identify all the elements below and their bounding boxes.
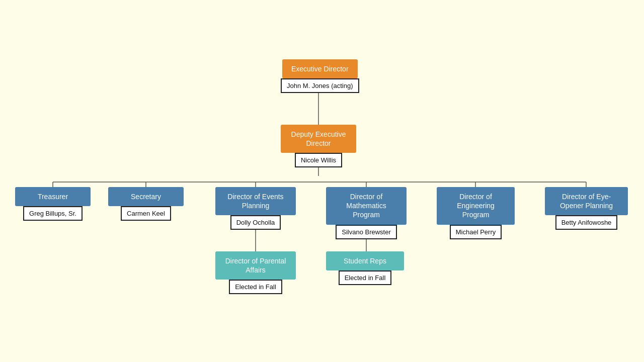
secretary-group: Secretary Carmen Keel xyxy=(108,187,184,221)
events-planning-name: Dolly Ocholla xyxy=(230,215,281,230)
treasurer-title: Treasurer xyxy=(15,187,91,206)
events-planning-title: Director of Events Planning xyxy=(215,187,296,215)
deputy-director-name: Nicole Willis xyxy=(295,153,342,167)
deputy-director-group: Deputy Executive Director Nicole Willis xyxy=(281,125,356,167)
secretary-name: Carmen Keel xyxy=(121,206,171,221)
secretary-title: Secretary xyxy=(108,187,184,206)
student-reps-group: Student Reps Elected in Fall xyxy=(326,251,404,285)
treasurer-group: Treasurer Greg Billups, Sr. xyxy=(15,187,91,221)
eye-opener-group: Director of Eye-Opener Planning Betty An… xyxy=(545,187,628,230)
student-reps-title: Student Reps xyxy=(326,251,404,270)
exec-director-name: John M. Jones (acting) xyxy=(281,78,359,93)
deputy-director-title: Deputy Executive Director xyxy=(281,125,356,153)
math-program-group: Director of Mathematics Program Silvano … xyxy=(326,187,407,239)
eye-opener-name: Betty Anifowoshe xyxy=(555,215,618,230)
exec-director-title: Executive Director xyxy=(282,59,358,78)
math-program-title: Director of Mathematics Program xyxy=(326,187,407,225)
events-planning-group: Director of Events Planning Dolly Ocholl… xyxy=(215,187,296,230)
parental-affairs-name: Elected in Fall xyxy=(229,280,282,294)
student-reps-name: Elected in Fall xyxy=(339,270,392,285)
org-chart: Executive Director John M. Jones (acting… xyxy=(0,0,644,362)
engineering-program-title: Director of Engineering Program xyxy=(437,187,515,225)
exec-director-group: Executive Director John M. Jones (acting… xyxy=(281,59,359,93)
eye-opener-title: Director of Eye-Opener Planning xyxy=(545,187,628,215)
engineering-program-group: Director of Engineering Program Michael … xyxy=(437,187,515,239)
math-program-name: Silvano Brewster xyxy=(336,225,397,239)
parental-affairs-title: Director of Parental Affairs xyxy=(215,251,296,280)
engineering-program-name: Michael Perry xyxy=(450,225,502,239)
connector-lines xyxy=(0,0,644,362)
parental-affairs-group: Director of Parental Affairs Elected in … xyxy=(215,251,296,294)
treasurer-name: Greg Billups, Sr. xyxy=(23,206,83,221)
